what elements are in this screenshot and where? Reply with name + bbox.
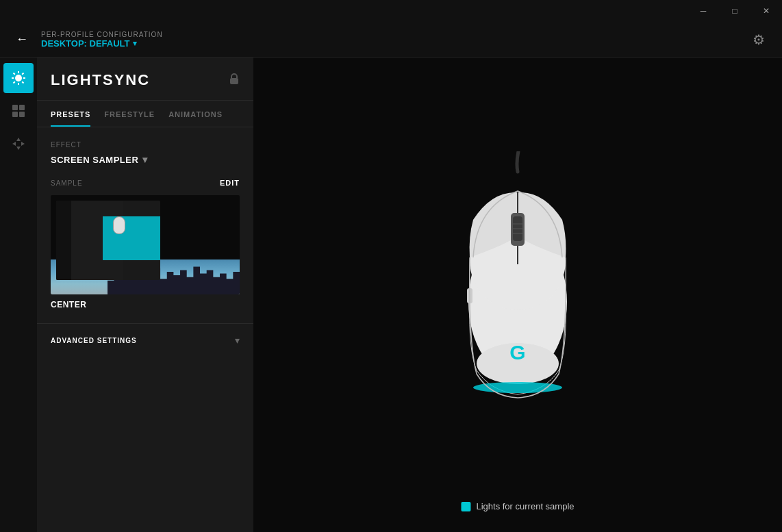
preview-inner <box>51 195 240 294</box>
svg-rect-11 <box>12 112 18 117</box>
preview-cyan-area <box>103 216 160 260</box>
preview-app-window <box>56 201 160 280</box>
svg-line-5 <box>14 73 15 75</box>
svg-point-30 <box>473 382 562 393</box>
svg-rect-9 <box>12 105 18 110</box>
back-button[interactable]: ← <box>11 29 33 51</box>
advanced-chevron-icon: ▾ <box>235 335 240 346</box>
close-button[interactable]: ✕ <box>751 0 782 22</box>
sidebar-item-lightsync[interactable] <box>3 63 34 93</box>
header: ← PER-PROFILE CONFIGURATION DESKTOP: Def… <box>0 22 782 58</box>
settings-button[interactable]: ⚙ <box>746 27 771 52</box>
tab-presets[interactable]: PRESETS <box>51 101 90 127</box>
sample-header: SAMPLE EDIT <box>51 179 240 187</box>
config-title: PER-PROFILE CONFIGURATION <box>41 31 746 38</box>
edit-button[interactable]: EDIT <box>220 179 240 187</box>
legend-text: Lights for current sample <box>476 501 574 511</box>
titlebar-controls: ─ □ ✕ <box>688 0 782 22</box>
mouse-svg: G <box>442 151 593 411</box>
effect-value: SCREEN SAMPLER <box>51 155 138 165</box>
maximize-button[interactable]: □ <box>719 0 751 22</box>
profile-selector[interactable]: DESKTOP: Default ▾ <box>41 38 746 49</box>
svg-marker-15 <box>12 142 16 146</box>
svg-point-0 <box>15 75 22 81</box>
effect-label: EFFECT <box>51 141 240 149</box>
preview-app-sidebar <box>56 201 71 280</box>
profile-name: DESKTOP: Default <box>41 38 130 49</box>
profile-chevron-icon: ▾ <box>133 39 137 48</box>
preview-mouse-icon <box>113 216 125 234</box>
legend: Lights for current sample <box>461 501 574 511</box>
svg-rect-17 <box>230 78 238 84</box>
effect-chevron-icon: ▾ <box>142 154 148 165</box>
panel-header: LIGHTSYNC <box>37 58 253 101</box>
main-panel: LIGHTSYNC PRESETS FREESTYLE ANIMATIONS E… <box>37 58 253 532</box>
svg-text:G: G <box>509 341 525 364</box>
svg-marker-13 <box>16 138 21 141</box>
sidebar-item-move[interactable] <box>3 129 34 159</box>
lock-icon <box>229 73 240 88</box>
effect-dropdown[interactable]: SCREEN SAMPLER ▾ <box>51 154 240 165</box>
advanced-label: ADVANCED SETTINGS <box>51 337 137 344</box>
effect-section: EFFECT SCREEN SAMPLER ▾ <box>37 127 253 179</box>
svg-marker-16 <box>21 142 25 146</box>
panel-title: LIGHTSYNC <box>51 71 150 89</box>
svg-line-8 <box>14 81 15 83</box>
svg-marker-14 <box>16 147 21 150</box>
tab-freestyle[interactable]: FREESTYLE <box>104 101 155 127</box>
icon-sidebar <box>0 58 37 532</box>
minimize-button[interactable]: ─ <box>688 0 719 22</box>
svg-line-6 <box>22 81 23 83</box>
svg-line-7 <box>22 73 23 75</box>
legend-color-dot <box>461 502 470 511</box>
tab-animations[interactable]: ANIMATIONS <box>168 101 223 127</box>
sample-label: SAMPLE <box>51 179 83 187</box>
svg-rect-10 <box>19 105 25 110</box>
sample-preview[interactable] <box>51 195 240 294</box>
svg-rect-12 <box>19 112 25 117</box>
center-label: CENTER <box>51 300 240 309</box>
titlebar: ─ □ ✕ <box>0 0 782 22</box>
mouse-container: G <box>442 151 593 411</box>
advanced-settings[interactable]: ADVANCED SETTINGS ▾ <box>37 323 253 357</box>
header-info: PER-PROFILE CONFIGURATION DESKTOP: Defau… <box>41 31 746 49</box>
content-area: G Lights for current sample <box>253 58 782 532</box>
tabs: PRESETS FREESTYLE ANIMATIONS <box>37 101 253 127</box>
sample-section: SAMPLE EDIT CENTER <box>37 179 253 323</box>
sidebar-item-add[interactable] <box>3 96 34 126</box>
